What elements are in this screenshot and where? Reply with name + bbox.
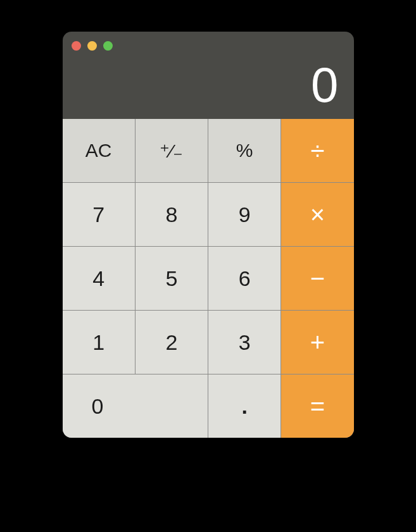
calculator-window: 0 AC ⁺⁄₋ % ÷ 7 8 9 × 4 5 6 − 1 2 3 + 0 .… — [63, 32, 354, 438]
maximize-icon[interactable] — [103, 41, 113, 51]
divide-button[interactable]: ÷ — [281, 119, 353, 182]
digit-1-button[interactable]: 1 — [63, 311, 135, 374]
digit-7-button[interactable]: 7 — [63, 183, 135, 246]
digit-3-button[interactable]: 3 — [208, 311, 280, 374]
close-icon[interactable] — [72, 41, 81, 51]
keypad: AC ⁺⁄₋ % ÷ 7 8 9 × 4 5 6 − 1 2 3 + 0 . = — [63, 119, 354, 438]
minimize-icon[interactable] — [87, 41, 97, 51]
digit-5-button[interactable]: 5 — [136, 247, 208, 310]
titlebar — [63, 32, 354, 51]
multiply-button[interactable]: × — [281, 183, 353, 246]
digit-2-button[interactable]: 2 — [136, 311, 208, 374]
decimal-button[interactable]: . — [208, 374, 280, 438]
digit-9-button[interactable]: 9 — [208, 183, 280, 246]
percent-button[interactable]: % — [208, 119, 280, 182]
calculator-display: 0 — [63, 51, 354, 119]
add-button[interactable]: + — [281, 311, 353, 374]
equals-button[interactable]: = — [281, 374, 353, 438]
digit-0-button[interactable]: 0 — [63, 374, 208, 438]
clear-button[interactable]: AC — [63, 119, 135, 182]
subtract-button[interactable]: − — [281, 247, 353, 310]
digit-4-button[interactable]: 4 — [63, 247, 135, 310]
negate-button[interactable]: ⁺⁄₋ — [136, 119, 208, 182]
digit-6-button[interactable]: 6 — [208, 247, 280, 310]
digit-8-button[interactable]: 8 — [136, 183, 208, 246]
